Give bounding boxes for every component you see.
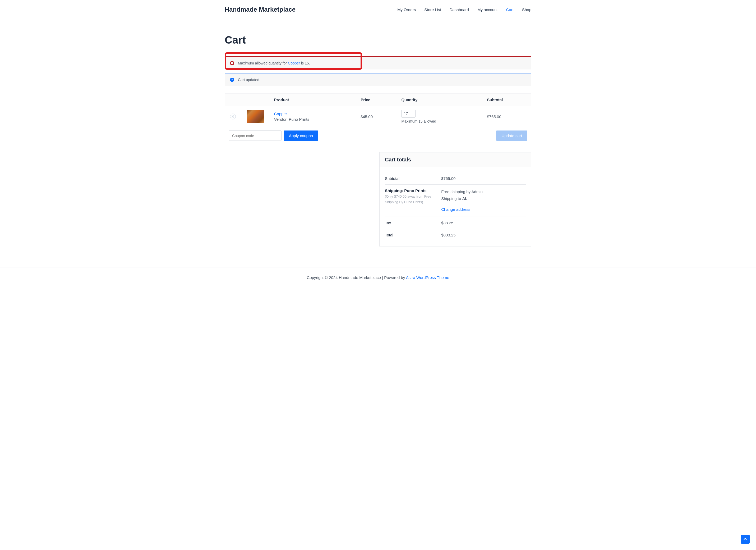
- product-thumbnail[interactable]: [247, 110, 264, 123]
- quantity-note: Maximum 15 allowed: [401, 119, 478, 123]
- nav-store-list[interactable]: Store List: [424, 7, 441, 12]
- coupon-input[interactable]: [229, 131, 282, 141]
- subtotal-value: $765.00: [441, 176, 526, 181]
- shipping-to-text: Shipping to: [441, 196, 462, 201]
- shipping-label: Shipping: Puno Prints: [385, 188, 427, 193]
- quantity-input[interactable]: [401, 110, 416, 118]
- nav-shop[interactable]: Shop: [522, 7, 531, 12]
- item-price: $45.00: [356, 106, 397, 127]
- col-quantity: Quantity: [397, 94, 483, 106]
- product-name-link[interactable]: Copper: [274, 112, 352, 116]
- check-icon: [230, 78, 234, 82]
- main-nav: My Orders Store List Dashboard My accoun…: [397, 7, 531, 12]
- vendor-label: Vendor:: [274, 117, 288, 122]
- vendor-name: Puno Prints: [289, 117, 309, 122]
- update-cart-button[interactable]: Update cart: [496, 131, 527, 141]
- cart-actions: Apply coupon Update cart: [225, 127, 531, 144]
- item-subtotal: $765.00: [483, 106, 531, 127]
- apply-coupon-button[interactable]: Apply coupon: [284, 131, 318, 141]
- total-value: $803.25: [441, 233, 526, 237]
- tax-label: Tax: [385, 221, 441, 225]
- nav-cart[interactable]: Cart: [506, 7, 514, 12]
- page-title: Cart: [225, 34, 531, 46]
- remove-item-button[interactable]: [230, 114, 236, 119]
- shipping-method: Free shipping by Admin: [441, 188, 526, 195]
- footer-text: Copyright © 2024 Handmade Marketplace | …: [307, 275, 406, 280]
- info-notice: Cart updated.: [225, 73, 531, 86]
- table-row: Copper Vendor: Puno Prints $45.00 Maximu…: [225, 106, 531, 127]
- highlight-annotation: [225, 52, 362, 70]
- shipping-destination: AL: [462, 196, 467, 201]
- subtotal-label: Subtotal: [385, 176, 441, 181]
- site-footer: Copyright © 2024 Handmade Marketplace | …: [0, 268, 756, 287]
- shipping-note: (Only $740.00 away from Free Shipping By…: [385, 194, 439, 205]
- nav-my-account[interactable]: My account: [477, 7, 498, 12]
- nav-dashboard[interactable]: Dashboard: [450, 7, 469, 12]
- col-price: Price: [356, 94, 397, 106]
- col-subtotal: Subtotal: [483, 94, 531, 106]
- site-header: Handmade Marketplace My Orders Store Lis…: [0, 0, 756, 19]
- footer-theme-link[interactable]: Astra WordPress Theme: [406, 275, 449, 280]
- cart-table: Product Price Quantity Subtotal Copper V…: [225, 94, 531, 127]
- change-address-link[interactable]: Change address: [441, 206, 526, 213]
- info-text: Cart updated.: [238, 78, 260, 82]
- cart-totals: Cart totals Subtotal $765.00 Shipping: P…: [379, 152, 531, 247]
- total-label: Total: [385, 233, 441, 237]
- site-title[interactable]: Handmade Marketplace: [225, 6, 296, 13]
- tax-value: $38.25: [441, 221, 526, 225]
- col-product: Product: [270, 94, 357, 106]
- cart-totals-title: Cart totals: [380, 153, 531, 167]
- nav-my-orders[interactable]: My Orders: [397, 7, 416, 12]
